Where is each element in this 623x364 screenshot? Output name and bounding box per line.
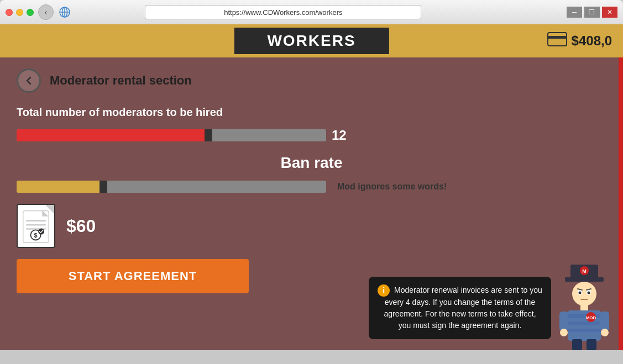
back-section-button[interactable] bbox=[17, 68, 41, 93]
svg-rect-34 bbox=[559, 312, 568, 331]
svg-point-22 bbox=[579, 292, 582, 294]
invoice-icon: $ bbox=[17, 204, 55, 248]
window-controls: ─ ❐ ✕ bbox=[567, 7, 617, 18]
restore-win-button[interactable]: ❐ bbox=[584, 7, 600, 18]
card-icon bbox=[547, 32, 567, 50]
slider-gold-fill bbox=[17, 181, 103, 193]
mod-count-label: Total number of moderators to be hired bbox=[17, 106, 606, 119]
tooltip-text: Moderator renewal invoices are sent to y… bbox=[384, 286, 542, 330]
traffic-lights bbox=[6, 9, 34, 16]
address-bar[interactable]: https://www.CDWorkers.com/workers bbox=[145, 5, 421, 19]
svg-point-23 bbox=[588, 292, 590, 294]
tooltip-box: i Moderator renewal invoices are sent to… bbox=[369, 277, 551, 339]
svg-rect-4 bbox=[548, 33, 567, 46]
slider-thumb bbox=[205, 129, 212, 141]
svg-rect-31 bbox=[568, 329, 601, 332]
svg-point-19 bbox=[572, 282, 596, 306]
svg-text:$: $ bbox=[34, 231, 38, 238]
moderator-slider-track[interactable] bbox=[17, 129, 326, 141]
invoice-amount: $60 bbox=[66, 216, 96, 236]
svg-rect-35 bbox=[600, 312, 609, 331]
globe-icon[interactable] bbox=[57, 4, 72, 20]
ban-rate-slider-track[interactable] bbox=[17, 181, 326, 193]
svg-rect-38 bbox=[572, 339, 582, 350]
svg-text:M: M bbox=[582, 268, 587, 274]
main-content: Moderator rental section Total number of… bbox=[0, 57, 623, 350]
close-button[interactable] bbox=[6, 9, 13, 16]
svg-rect-39 bbox=[587, 339, 596, 350]
svg-rect-27 bbox=[580, 305, 588, 310]
invoice-row: $ $60 bbox=[17, 204, 606, 248]
svg-rect-30 bbox=[568, 321, 601, 325]
game-top-bar: WORKERS $408,0 bbox=[0, 24, 623, 57]
start-btn-label: START AGREEMENT bbox=[69, 269, 197, 283]
svg-point-37 bbox=[601, 329, 609, 336]
side-red-bar bbox=[619, 57, 623, 350]
ban-rate-label: Ban rate bbox=[17, 154, 606, 172]
back-nav-button[interactable]: ‹ bbox=[38, 4, 54, 20]
info-icon: i bbox=[378, 284, 390, 297]
balance-amount: $408,0 bbox=[572, 33, 612, 49]
moderator-mascot: M MOD bbox=[557, 262, 612, 350]
title-text: WORKERS bbox=[267, 32, 355, 49]
minimize-win-button[interactable]: ─ bbox=[567, 7, 582, 18]
maximize-button[interactable] bbox=[27, 9, 34, 16]
minimize-button[interactable] bbox=[16, 9, 23, 16]
section-header: Moderator rental section bbox=[17, 68, 606, 93]
url-text: https://www.CDWorkers.com/workers bbox=[224, 8, 342, 17]
svg-point-36 bbox=[560, 329, 568, 336]
title-bar: ‹ https://www.CDWorkers.com/workers ─ ❐ … bbox=[0, 0, 623, 24]
close-win-button[interactable]: ✕ bbox=[602, 7, 617, 18]
ban-status-text: Mod ignores some words! bbox=[337, 182, 447, 192]
ban-slider-thumb bbox=[100, 181, 107, 193]
svg-rect-5 bbox=[548, 36, 567, 39]
ban-rate-slider-row: Mod ignores some words! bbox=[17, 181, 606, 193]
svg-text:MOD: MOD bbox=[586, 315, 596, 320]
mod-count-value: 12 bbox=[332, 128, 354, 143]
slider-red-fill bbox=[17, 129, 208, 141]
moderator-slider-row: 12 bbox=[17, 128, 606, 143]
start-agreement-button[interactable]: START AGREEMENT bbox=[17, 259, 249, 293]
balance-display: $408,0 bbox=[547, 32, 612, 50]
workers-title: WORKERS bbox=[234, 28, 389, 54]
section-title: Moderator rental section bbox=[50, 73, 192, 88]
